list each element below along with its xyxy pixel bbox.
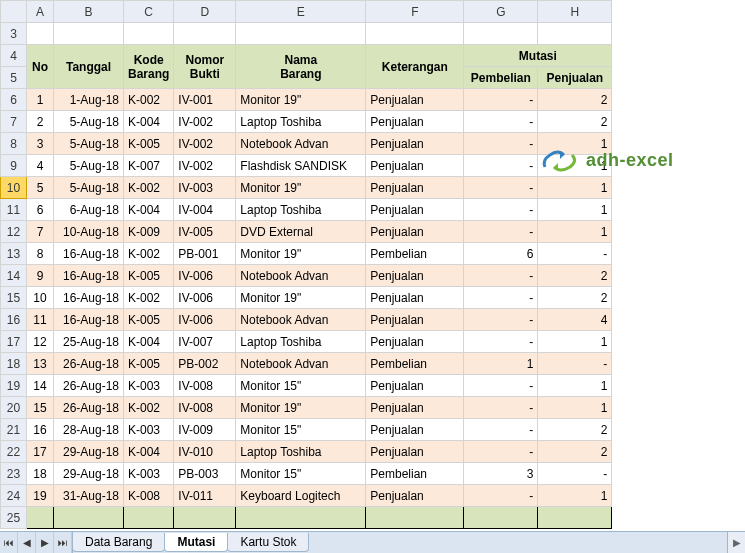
cell-bukti[interactable]: IV-009 <box>174 419 236 441</box>
cell-ket[interactable]: Penjualan <box>366 419 464 441</box>
cell-kode[interactable]: K-005 <box>124 309 174 331</box>
cell-beli[interactable]: - <box>464 199 538 221</box>
col-header-A[interactable]: A <box>27 1 54 23</box>
row-header-14[interactable]: 14 <box>1 265 27 287</box>
cell-jual[interactable]: - <box>538 353 612 375</box>
cell-no[interactable]: 15 <box>27 397 54 419</box>
cell-kode[interactable]: K-002 <box>124 177 174 199</box>
cell-bukti[interactable]: IV-001 <box>174 89 236 111</box>
cell-ket[interactable]: Penjualan <box>366 375 464 397</box>
empty-cell[interactable] <box>124 23 174 45</box>
col-header-F[interactable]: F <box>366 1 464 23</box>
empty-cell[interactable] <box>236 23 366 45</box>
scroll-right-icon[interactable]: ▶ <box>727 531 745 553</box>
cell-jual[interactable]: 2 <box>538 111 612 133</box>
cell-kode[interactable]: K-009 <box>124 221 174 243</box>
cell-nama[interactable]: Laptop Toshiba <box>236 111 366 133</box>
cell-nama[interactable]: Monitor 19" <box>236 89 366 111</box>
empty-cell[interactable] <box>366 23 464 45</box>
cell-beli[interactable]: - <box>464 397 538 419</box>
tab-last-icon[interactable]: ⏭ <box>54 532 72 553</box>
select-all-corner[interactable] <box>1 1 27 23</box>
cell-ket[interactable]: Penjualan <box>366 485 464 507</box>
cell-tanggal[interactable]: 16-Aug-18 <box>54 309 124 331</box>
cell-bukti[interactable]: IV-003 <box>174 177 236 199</box>
cell-bukti[interactable]: IV-004 <box>174 199 236 221</box>
cell-beli[interactable]: - <box>464 111 538 133</box>
cell-ket[interactable]: Penjualan <box>366 331 464 353</box>
row-header-5[interactable]: 5 <box>1 67 27 89</box>
empty-cell[interactable] <box>174 23 236 45</box>
cell-tanggal[interactable]: 26-Aug-18 <box>54 375 124 397</box>
cell-ket[interactable]: Penjualan <box>366 221 464 243</box>
hdr-kode[interactable]: KodeBarang <box>124 45 174 89</box>
row-header-4[interactable]: 4 <box>1 45 27 67</box>
cell-kode[interactable]: K-005 <box>124 353 174 375</box>
row-header-8[interactable]: 8 <box>1 133 27 155</box>
cell-kode[interactable]: K-004 <box>124 331 174 353</box>
cell-jual[interactable]: 2 <box>538 287 612 309</box>
cell-nama[interactable]: Monitor 19" <box>236 287 366 309</box>
footer-cell[interactable] <box>236 507 366 529</box>
cell-jual[interactable]: 1 <box>538 331 612 353</box>
cell-tanggal[interactable]: 31-Aug-18 <box>54 485 124 507</box>
hdr-tanggal[interactable]: Tanggal <box>54 45 124 89</box>
tab-first-icon[interactable]: ⏮ <box>0 532 18 553</box>
cell-nama[interactable]: Notebook Advan <box>236 353 366 375</box>
cell-jual[interactable]: 4 <box>538 309 612 331</box>
row-header-16[interactable]: 16 <box>1 309 27 331</box>
cell-jual[interactable]: 1 <box>538 199 612 221</box>
cell-beli[interactable]: - <box>464 485 538 507</box>
cell-ket[interactable]: Penjualan <box>366 111 464 133</box>
cell-bukti[interactable]: PB-003 <box>174 463 236 485</box>
cell-tanggal[interactable]: 16-Aug-18 <box>54 265 124 287</box>
sheet-tab-mutasi[interactable]: Mutasi <box>164 533 228 552</box>
cell-no[interactable]: 1 <box>27 89 54 111</box>
row-header-13[interactable]: 13 <box>1 243 27 265</box>
cell-jual[interactable]: 1 <box>538 397 612 419</box>
cell-kode[interactable]: K-003 <box>124 419 174 441</box>
col-header-G[interactable]: G <box>464 1 538 23</box>
cell-ket[interactable]: Penjualan <box>366 265 464 287</box>
cell-ket[interactable]: Pembelian <box>366 243 464 265</box>
cell-tanggal[interactable]: 26-Aug-18 <box>54 397 124 419</box>
cell-bukti[interactable]: IV-002 <box>174 155 236 177</box>
cell-bukti[interactable]: IV-002 <box>174 133 236 155</box>
cell-no[interactable]: 9 <box>27 265 54 287</box>
cell-no[interactable]: 14 <box>27 375 54 397</box>
cell-ket[interactable]: Penjualan <box>366 397 464 419</box>
empty-cell[interactable] <box>54 23 124 45</box>
cell-jual[interactable]: 1 <box>538 177 612 199</box>
sheet-tab-kartu-stok[interactable]: Kartu Stok <box>227 533 309 552</box>
cell-kode[interactable]: K-002 <box>124 397 174 419</box>
cell-bukti[interactable]: IV-008 <box>174 375 236 397</box>
cell-tanggal[interactable]: 29-Aug-18 <box>54 463 124 485</box>
row-header-20[interactable]: 20 <box>1 397 27 419</box>
row-header-25[interactable]: 25 <box>1 507 27 529</box>
cell-ket[interactable]: Pembelian <box>366 353 464 375</box>
cell-kode[interactable]: K-007 <box>124 155 174 177</box>
row-header-21[interactable]: 21 <box>1 419 27 441</box>
cell-no[interactable]: 4 <box>27 155 54 177</box>
cell-no[interactable]: 10 <box>27 287 54 309</box>
cell-no[interactable]: 16 <box>27 419 54 441</box>
footer-cell[interactable] <box>174 507 236 529</box>
cell-nama[interactable]: Flashdisk SANDISK <box>236 155 366 177</box>
cell-jual[interactable]: 1 <box>538 133 612 155</box>
cell-kode[interactable]: K-002 <box>124 243 174 265</box>
cell-no[interactable]: 6 <box>27 199 54 221</box>
row-header-11[interactable]: 11 <box>1 199 27 221</box>
cell-no[interactable]: 18 <box>27 463 54 485</box>
hdr-ket[interactable]: Keterangan <box>366 45 464 89</box>
row-header-18[interactable]: 18 <box>1 353 27 375</box>
cell-nama[interactable]: Notebook Advan <box>236 133 366 155</box>
cell-jual[interactable]: - <box>538 243 612 265</box>
footer-cell[interactable] <box>464 507 538 529</box>
cell-no[interactable]: 17 <box>27 441 54 463</box>
cell-jual[interactable]: 1 <box>538 155 612 177</box>
cell-jual[interactable]: 2 <box>538 265 612 287</box>
cell-ket[interactable]: Penjualan <box>366 199 464 221</box>
cell-nama[interactable]: Notebook Advan <box>236 265 366 287</box>
cell-jual[interactable]: 1 <box>538 485 612 507</box>
cell-beli[interactable]: - <box>464 287 538 309</box>
